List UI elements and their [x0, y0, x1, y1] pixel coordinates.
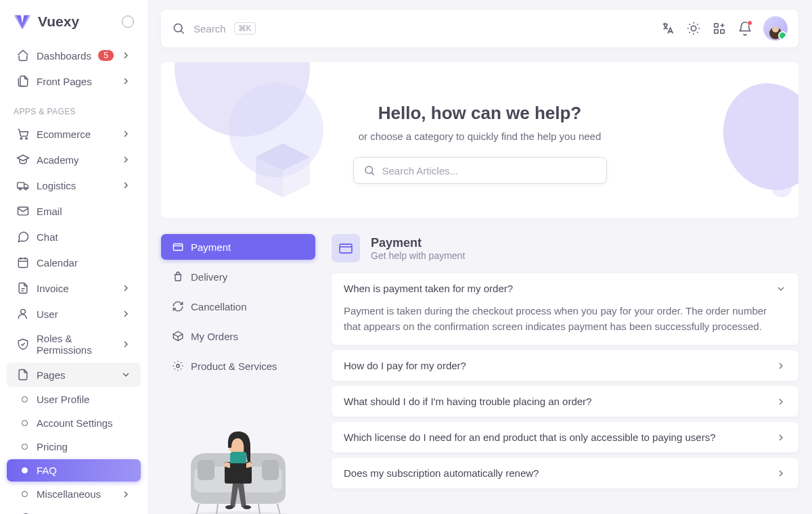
page-icon	[16, 368, 30, 381]
gear-icon	[172, 360, 184, 372]
brand[interactable]: Vuexy	[0, 8, 148, 42]
faq-category-header: Payment Get help with payment	[332, 234, 798, 262]
language-icon[interactable]	[660, 21, 675, 36]
global-search[interactable]: Search ⌘K	[172, 22, 256, 35]
faq-question-toggle[interactable]: Does my subscription automatically renew…	[332, 458, 798, 488]
chevron-right-icon	[120, 76, 131, 87]
faq-category-subtitle: Get help with payment	[371, 250, 465, 261]
chevron-down-icon	[120, 369, 131, 380]
sidebar-item-pages[interactable]: Pages	[7, 363, 141, 387]
svg-rect-18	[715, 30, 719, 34]
sidebar-toggle-icon[interactable]	[122, 16, 134, 28]
sidebar-item-email[interactable]: Email	[7, 199, 141, 223]
faq-question: What should I do if I'm having trouble p…	[344, 396, 775, 407]
faq-question-toggle[interactable]: Which license do I need for an end produ…	[332, 422, 798, 452]
sidebar-subitem-faq[interactable]: FAQ	[7, 459, 141, 482]
faq-question-toggle[interactable]: What should I do if I'm having trouble p…	[332, 386, 798, 417]
rotate-icon	[172, 300, 184, 312]
sidebar-subitem-pricing[interactable]: Pricing	[7, 436, 141, 458]
sidebar-item-label: Front Pages	[37, 76, 114, 87]
sidebar-item-dashboards[interactable]: Dashboards 5	[7, 43, 141, 68]
svg-point-1	[26, 137, 28, 139]
svg-rect-19	[721, 30, 725, 34]
card-icon	[332, 234, 360, 262]
faq-question-toggle[interactable]: When is payment taken for my order?	[332, 273, 798, 304]
chat-icon	[16, 230, 30, 243]
apps-icon[interactable]	[712, 21, 727, 36]
bullet-icon	[19, 420, 30, 426]
sidebar-item-logistics[interactable]: Logistics	[7, 173, 141, 197]
shield-icon	[16, 337, 30, 351]
svg-rect-33	[340, 244, 352, 253]
sidebar-item-label: FAQ	[37, 465, 131, 476]
card-icon	[172, 241, 184, 253]
chevron-right-icon	[120, 339, 131, 350]
bullet-icon	[19, 467, 30, 473]
sidebar-item-academy[interactable]: Academy	[7, 147, 141, 172]
help-hero: Hello, how can we help? or choose a cate…	[161, 62, 798, 218]
faq-tab-cancellation[interactable]: Cancellation	[161, 294, 315, 319]
chevron-right-icon	[120, 180, 131, 191]
search-icon	[363, 164, 376, 177]
faq-tab-payment[interactable]: Payment	[161, 234, 315, 260]
svg-point-20	[365, 166, 373, 174]
svg-point-16	[691, 26, 696, 30]
svg-point-3	[19, 187, 21, 189]
deco-cube	[249, 137, 317, 204]
sidebar-item-label: Calendar	[37, 257, 131, 268]
faq-item: Which license do I need for an end produ…	[332, 422, 798, 452]
faq-question: When is payment taken for my order?	[344, 283, 775, 294]
brand-name: Vuexy	[38, 14, 79, 30]
home-icon	[16, 49, 30, 62]
sidebar-subitem-user-profile[interactable]: User Profile	[7, 388, 141, 411]
badge: 5	[98, 50, 114, 61]
sidebar-item-label: Account Settings	[37, 417, 131, 429]
faq-tab-label: Product & Services	[191, 360, 277, 372]
sidebar-item-invoice[interactable]: Invoice	[7, 276, 141, 300]
sidebar-item-user[interactable]: User	[7, 302, 141, 326]
svg-line-15	[181, 31, 184, 34]
sidebar-item-label: Pages	[37, 369, 114, 381]
sidebar-item-label: Pricing	[37, 441, 131, 452]
svg-rect-22	[173, 244, 183, 251]
faq-item: How do I pay for my order?	[332, 350, 798, 381]
faq-question: Does my subscription automatically renew…	[344, 467, 775, 479]
faq-question-toggle[interactable]: How do I pay for my order?	[332, 350, 798, 381]
sidebar-subitem-miscellaneous[interactable]: Miscellaneous	[7, 483, 141, 505]
sidebar-item-label: Email	[37, 206, 131, 217]
faq-category-title: Payment	[371, 236, 465, 250]
cart-icon	[16, 127, 30, 141]
faq-tab-label: My Orders	[191, 331, 238, 342]
faq-tab-delivery[interactable]: Delivery	[161, 264, 315, 289]
sidebar-item-calendar[interactable]: Calendar	[7, 250, 141, 275]
user-avatar[interactable]	[763, 16, 788, 41]
sidebar-item-label: Logistics	[37, 180, 114, 191]
chevron-right-icon	[775, 432, 786, 443]
theme-icon[interactable]	[686, 21, 701, 36]
faq-content: Payment Get help with payment When is pa…	[332, 234, 798, 514]
faq-tab-label: Payment	[191, 241, 231, 253]
sidebar-item-label: Ecommerce	[37, 128, 114, 140]
chevron-right-icon	[775, 396, 786, 407]
bell-icon[interactable]	[738, 21, 752, 36]
sidebar-subitem-account-settings[interactable]: Account Settings	[7, 412, 141, 434]
faq-tab-product-services[interactable]: Product & Services	[161, 353, 315, 379]
sidebar-item-roles-permissions[interactable]: Roles & Permissions	[7, 327, 141, 361]
faq-illustration	[161, 399, 315, 514]
sidebar-item-front-pages[interactable]: Front Pages	[7, 69, 141, 93]
svg-point-12	[21, 309, 26, 314]
hero-search[interactable]	[353, 157, 607, 184]
sidebar-subitem-authentication[interactable]: Authentication	[7, 507, 141, 514]
faq-question: How do I pay for my order?	[344, 360, 775, 371]
bullet-icon	[19, 491, 30, 497]
sidebar-item-chat[interactable]: Chat	[7, 225, 141, 249]
chevron-right-icon	[120, 154, 131, 165]
sidebar-item-ecommerce[interactable]: Ecommerce	[7, 122, 141, 146]
chevron-right-icon	[775, 360, 786, 371]
svg-rect-27	[198, 460, 215, 480]
faq-tab-my-orders[interactable]: My Orders	[161, 323, 315, 349]
faq-item: What should I do if I'm having trouble p…	[332, 386, 798, 417]
sidebar-item-label: User	[37, 308, 114, 320]
sidebar-item-label: Chat	[37, 231, 131, 243]
hero-search-input[interactable]	[382, 165, 597, 177]
